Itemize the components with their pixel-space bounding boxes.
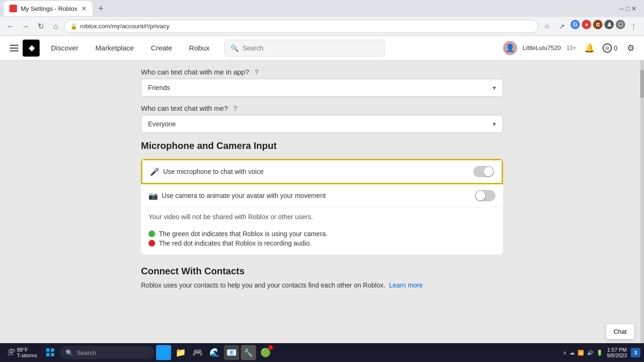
chat-in-app-row: Who can text chat with me in app? ? Frie… bbox=[141, 68, 503, 97]
url-text: roblox.com/my/account#!/privacy bbox=[80, 23, 169, 30]
learn-more-link[interactable]: Learn more bbox=[389, 281, 423, 289]
discover-nav-link[interactable]: Discover bbox=[43, 40, 86, 56]
svg-text:R: R bbox=[605, 46, 609, 51]
home-button[interactable]: ⌂ bbox=[49, 20, 62, 33]
nav-search-area: 🔍 bbox=[224, 40, 495, 57]
roblox-logo[interactable]: ◆ bbox=[23, 40, 40, 57]
camera-row-label: 📷 Use camera to animate your avatar with… bbox=[149, 191, 326, 200]
mic-toggle[interactable] bbox=[473, 166, 494, 177]
dot-info-section: The green dot indicates that Roblox is u… bbox=[141, 226, 503, 255]
start-button[interactable] bbox=[43, 345, 58, 360]
ext3-icon[interactable]: ⍺ bbox=[593, 20, 603, 29]
chevron-up-icon[interactable]: ∧ bbox=[563, 350, 567, 356]
volume-icon[interactable]: 🔊 bbox=[587, 350, 594, 356]
chat-dropdown[interactable]: Everyone ▾ bbox=[141, 115, 503, 133]
notification-button[interactable]: 🔔 bbox=[582, 41, 597, 56]
taskbar-search-text: Search bbox=[77, 349, 96, 356]
camera-toggle-knob bbox=[476, 191, 485, 200]
red-dot-row: The red dot indicates that Roblox is rec… bbox=[149, 239, 495, 247]
chat-label: Who can text chat with me? ? bbox=[141, 104, 503, 112]
chat-in-app-label-text: Who can text chat with me in app? bbox=[141, 68, 249, 76]
wifi-icon[interactable]: 📶 bbox=[578, 350, 584, 356]
taskbar-app-globe[interactable]: 🌐 bbox=[156, 345, 171, 360]
hamburger-menu-button[interactable] bbox=[6, 40, 23, 57]
battery-icon[interactable]: 🔋 bbox=[596, 350, 603, 356]
taskbar-clock[interactable]: 1:57 PM 9/8/2023 bbox=[607, 347, 627, 358]
forward-button[interactable]: → bbox=[19, 20, 32, 33]
mic-label-text: Use microphone to chat with voice bbox=[163, 168, 264, 175]
address-bar[interactable]: 🔒 roblox.com/my/account#!/privacy bbox=[64, 20, 538, 33]
taskbar-app-gamepad[interactable]: 🎮 bbox=[190, 345, 205, 360]
video-privacy-text: Your video will not be shared with Roblo… bbox=[141, 207, 503, 226]
taskbar: ⛈ 88°F T-storms 🔍 Search 🌐 📁 🎮 🌊 📧 🔧 🟢 ! bbox=[0, 343, 644, 362]
mic-section-title: Microphone and Camera Input bbox=[141, 140, 503, 151]
new-tab-button[interactable]: + bbox=[94, 2, 107, 15]
taskbar-apps: 🌐 📁 🎮 🌊 📧 🔧 🟢 ! bbox=[156, 345, 273, 360]
taskbar-app-chrome[interactable]: 🟢 ! bbox=[258, 345, 273, 360]
green-dot-icon bbox=[149, 230, 155, 237]
taskbar-app-mail[interactable]: 📧 bbox=[224, 345, 239, 360]
ext2-icon[interactable]: ● bbox=[582, 20, 591, 29]
chat-chevron-icon: ▾ bbox=[493, 120, 496, 128]
weather-icon: ⛈ bbox=[8, 348, 15, 357]
ext4-icon[interactable]: ♟ bbox=[604, 20, 614, 29]
weather-desc: T-storms bbox=[17, 353, 37, 358]
connect-desc: Roblox uses your contacts to help you an… bbox=[141, 280, 503, 290]
scroll-bar[interactable] bbox=[640, 60, 644, 343]
share-button[interactable]: ↗ bbox=[555, 20, 569, 33]
camera-toggle[interactable] bbox=[475, 190, 495, 201]
chat-help-icon[interactable]: ? bbox=[233, 105, 237, 112]
taskbar-app-edge[interactable]: 🌊 bbox=[207, 345, 222, 360]
taskbar-app-tools[interactable]: 🔧 bbox=[241, 345, 256, 360]
taskbar-date-text: 9/8/2023 bbox=[607, 353, 627, 358]
close-browser-icon[interactable]: ✕ bbox=[631, 5, 636, 12]
ext5-icon[interactable]: ⬡ bbox=[616, 20, 625, 29]
avatar[interactable]: 👤 bbox=[503, 41, 517, 55]
weather-temp: 88°F bbox=[17, 347, 37, 353]
reload-button[interactable]: ↻ bbox=[34, 20, 47, 33]
taskbar-weather: ⛈ 88°F T-storms bbox=[4, 347, 41, 358]
microphone-icon: 🎤 bbox=[150, 167, 159, 176]
green-dot-row: The green dot indicates that Roblox is u… bbox=[149, 230, 495, 238]
network-icon[interactable]: ☁ bbox=[570, 350, 575, 356]
chat-row: Who can text chat with me? ? Everyone ▾ bbox=[141, 104, 503, 133]
robux-count: 0 bbox=[614, 44, 618, 52]
marketplace-nav-link[interactable]: Marketplace bbox=[88, 40, 141, 56]
search-input[interactable] bbox=[242, 44, 379, 52]
chat-label-text: Who can text chat with me? bbox=[141, 104, 228, 112]
browser-action-buttons: ☆ ↗ G ● ⍺ ♟ ⬡ ⋮ bbox=[540, 20, 640, 33]
taskbar-search-box[interactable]: 🔍 Search bbox=[60, 346, 154, 359]
search-icon: 🔍 bbox=[231, 44, 239, 52]
chat-in-app-value: Friends bbox=[148, 84, 170, 91]
bookmark-button[interactable]: ☆ bbox=[540, 20, 553, 33]
tab-close-button[interactable]: ✕ bbox=[81, 5, 87, 12]
create-nav-link[interactable]: Create bbox=[143, 40, 180, 56]
notification-badge[interactable]: 3 bbox=[631, 348, 640, 357]
lock-icon: 🔒 bbox=[70, 23, 77, 30]
roblox-logo-icon: ◆ bbox=[29, 43, 34, 52]
tab-favicon bbox=[9, 5, 17, 12]
taskbar-search-icon: 🔍 bbox=[66, 349, 73, 356]
maximize-icon[interactable]: □ bbox=[626, 5, 629, 12]
more-button[interactable]: ⋮ bbox=[627, 20, 640, 33]
back-button[interactable]: ← bbox=[4, 20, 17, 33]
settings-button[interactable]: ⚙ bbox=[623, 41, 638, 56]
red-dot-icon bbox=[149, 240, 155, 247]
mic-toggle-knob bbox=[484, 167, 493, 176]
active-tab[interactable]: My Settings - Roblox ✕ bbox=[4, 1, 92, 16]
robux-icon-button[interactable]: R 0 bbox=[603, 41, 618, 56]
scroll-thumb[interactable] bbox=[640, 70, 644, 98]
google-ext-icon[interactable]: G bbox=[570, 20, 580, 29]
robux-nav-link[interactable]: Robux bbox=[182, 40, 217, 56]
roblox-navbar: ◆ Discover Marketplace Create Robux 🔍 👤 … bbox=[0, 36, 644, 60]
chat-in-app-help-icon[interactable]: ? bbox=[255, 68, 258, 76]
taskbar-app-folder[interactable]: 📁 bbox=[173, 345, 188, 360]
green-dot-text: The green dot indicates that Roblox is u… bbox=[159, 230, 328, 238]
minimize-icon[interactable]: ─ bbox=[619, 5, 624, 12]
chat-in-app-label: Who can text chat with me in app? ? bbox=[141, 68, 503, 76]
svg-rect-2 bbox=[10, 50, 18, 51]
search-box[interactable]: 🔍 bbox=[224, 40, 385, 57]
chat-in-app-dropdown[interactable]: Friends ▾ bbox=[141, 79, 503, 97]
mic-row: 🎤 Use microphone to chat with voice bbox=[141, 159, 503, 184]
chat-button[interactable]: Chat bbox=[606, 324, 635, 339]
